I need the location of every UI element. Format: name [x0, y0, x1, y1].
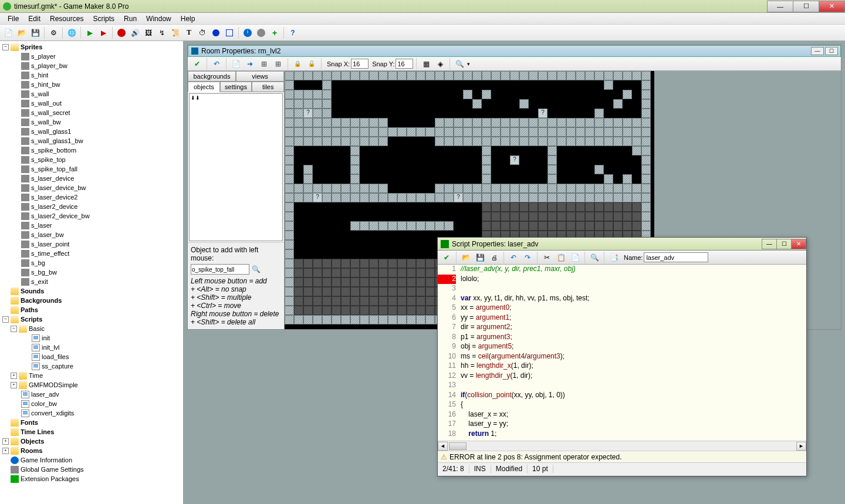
room-min-button[interactable]: —	[811, 47, 824, 55]
load-icon[interactable]	[459, 251, 472, 264]
extension-icon[interactable]	[268, 26, 281, 39]
undo-icon[interactable]	[507, 251, 520, 264]
run-icon[interactable]	[83, 26, 96, 39]
confirm-icon[interactable]	[191, 57, 204, 70]
tree-item[interactable]: s_spike_bottom	[0, 146, 183, 155]
script-name-input[interactable]	[644, 252, 708, 262]
clear-icon[interactable]	[229, 57, 242, 70]
tree-item[interactable]: s_laser2_device	[0, 202, 183, 211]
minimize-button[interactable]: —	[767, 1, 793, 12]
folder-timelines[interactable]: Time Lines	[21, 428, 54, 435]
tab-objects[interactable]: objects	[188, 82, 220, 92]
tree-item[interactable]: init	[0, 333, 183, 343]
tab-tiles[interactable]: tiles	[252, 82, 284, 92]
tree-item[interactable]: s_laser_device	[0, 174, 183, 183]
debug-icon[interactable]	[97, 26, 110, 39]
settings-icon[interactable]	[255, 26, 268, 39]
script-max-button[interactable]: ☐	[776, 239, 792, 249]
resource-tree[interactable]: −Sprites s_players_player_bws_hints_hint…	[0, 41, 184, 504]
menu-window[interactable]: Window	[141, 13, 176, 24]
tree-item[interactable]: s_wall_glass1	[0, 127, 183, 136]
print-icon[interactable]	[488, 251, 501, 264]
open-icon[interactable]	[15, 26, 28, 39]
publish-icon[interactable]: 🌐	[65, 26, 78, 39]
tree-item[interactable]: s_laser2_device_bw	[0, 211, 183, 221]
path-icon[interactable]: ↯	[156, 26, 168, 39]
grid-icon[interactable]	[420, 57, 432, 70]
copy-icon[interactable]	[555, 251, 567, 264]
tree-item[interactable]: color_bw	[0, 399, 183, 408]
dropdown-icon[interactable]: ▾	[467, 61, 470, 67]
code-editor[interactable]: 123456789101112131415161718 //laser_adv(…	[438, 265, 806, 441]
folder-rooms[interactable]: Rooms	[21, 447, 42, 454]
folder-time[interactable]: Time	[29, 372, 43, 379]
code-content[interactable]: //laser_adv(x, y, dir, prec1, maxr, obj)…	[458, 265, 806, 441]
folder-paths[interactable]: Paths	[21, 306, 38, 313]
snapx-input[interactable]	[351, 59, 369, 69]
save-icon[interactable]	[474, 251, 486, 264]
sound-icon[interactable]: 🔊	[129, 26, 141, 39]
tab-settings[interactable]: settings	[220, 82, 252, 92]
menu-scripts[interactable]: Scripts	[88, 13, 119, 24]
tree-item[interactable]: load_files	[0, 352, 183, 361]
expander-icon[interactable]: −	[2, 316, 9, 323]
paste-icon[interactable]	[569, 251, 582, 264]
background-icon[interactable]: 🖼	[142, 26, 155, 39]
expander-icon[interactable]: +	[11, 382, 17, 388]
scroll-thumb[interactable]	[449, 442, 467, 450]
tree-item[interactable]: s_laser_bw	[0, 230, 183, 239]
tree-item[interactable]: s_exit	[0, 277, 183, 286]
snap-v-icon[interactable]	[272, 57, 285, 70]
tree-item[interactable]: s_laser_point	[0, 239, 183, 249]
script-min-button[interactable]: —	[762, 239, 777, 249]
redo-icon[interactable]	[521, 251, 534, 264]
iso-icon[interactable]	[434, 57, 447, 70]
unlock-icon[interactable]	[305, 57, 318, 70]
create-exe-icon[interactable]: ⚙	[47, 26, 60, 39]
folder-fonts[interactable]: Fonts	[21, 419, 38, 426]
tree-item[interactable]: s_wall	[0, 89, 183, 99]
game-info-icon[interactable]: i	[241, 26, 254, 39]
game-info-item[interactable]: Game Information	[21, 456, 72, 464]
sprite-icon[interactable]	[115, 26, 128, 39]
lock-icon[interactable]	[291, 57, 304, 70]
tree-item[interactable]: s_wall_secret	[0, 108, 183, 117]
global-settings-item[interactable]: Global Game Settings	[21, 466, 84, 473]
expander-icon[interactable]: +	[2, 448, 9, 454]
object-picker-icon[interactable]	[251, 264, 261, 275]
script-close-button[interactable]: ✕	[791, 239, 806, 249]
scroll-left-icon[interactable]: ◄	[438, 442, 448, 451]
folder-objects[interactable]: Objects	[21, 438, 44, 445]
ext-packages-item[interactable]: Extension Packages	[21, 475, 79, 482]
tree-item[interactable]: s_hint_bw	[0, 80, 183, 89]
tree-item[interactable]: s_laser	[0, 221, 183, 230]
font-icon[interactable]: T	[182, 26, 195, 39]
expander-icon[interactable]: +	[11, 373, 17, 379]
folder-sounds[interactable]: Sounds	[21, 287, 44, 295]
find-icon[interactable]	[588, 251, 601, 264]
menu-run[interactable]: Run	[119, 13, 141, 24]
folder-sprites[interactable]: Sprites	[21, 43, 42, 50]
tree-item[interactable]: s_bg	[0, 258, 183, 268]
undo-icon[interactable]	[210, 57, 223, 70]
room-icon[interactable]	[223, 26, 236, 39]
maximize-button[interactable]: ☐	[793, 1, 819, 12]
tree-item[interactable]: ss_capture	[0, 361, 183, 371]
object-input[interactable]	[191, 264, 249, 275]
tree-item[interactable]: s_player_bw	[0, 61, 183, 70]
room-max-button[interactable]: ☐	[825, 47, 838, 55]
close-button[interactable]: ✕	[819, 1, 845, 12]
tree-item[interactable]: init_lvl	[0, 343, 183, 352]
help-icon[interactable]	[286, 26, 299, 39]
tree-item[interactable]: s_wall_bw	[0, 117, 183, 127]
timeline-icon[interactable]: ⏱	[196, 26, 209, 39]
tree-item[interactable]: convert_xdigits	[0, 408, 183, 418]
folder-gmfmod[interactable]: GMFMODSimple	[29, 381, 78, 388]
tree-item[interactable]: s_wall_out	[0, 99, 183, 108]
tree-item[interactable]: s_laser_device_bw	[0, 183, 183, 192]
zoom-icon[interactable]	[453, 57, 466, 70]
menu-help[interactable]: Help	[176, 13, 200, 24]
folder-backgrounds[interactable]: Backgrounds	[21, 297, 62, 304]
tree-item[interactable]: s_player	[0, 52, 183, 61]
tree-item[interactable]: laser_adv	[0, 390, 183, 399]
